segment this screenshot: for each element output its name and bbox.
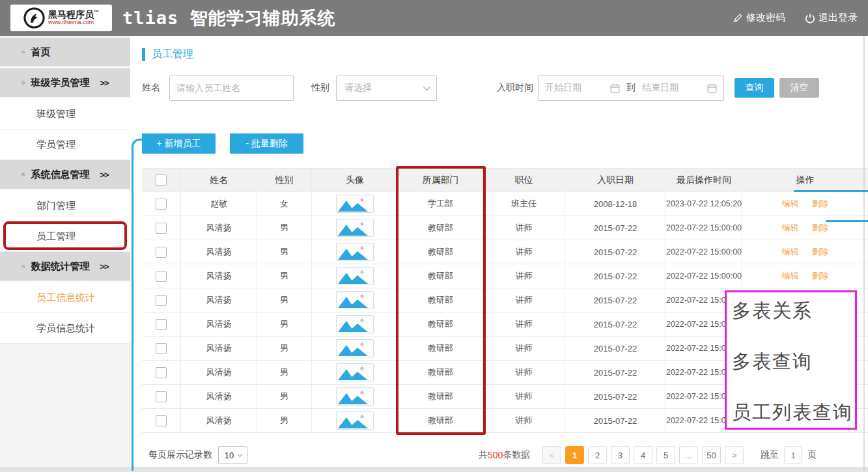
page-title: 员工管理 — [152, 48, 193, 61]
row-checkbox[interactable] — [156, 343, 167, 354]
employee-avatar-cell — [312, 192, 399, 215]
row-checkbox[interactable] — [156, 391, 167, 402]
delete-link[interactable]: 删除 — [812, 391, 829, 402]
sidebar-item-label: 班级学员管理 — [31, 77, 89, 89]
calendar-icon — [610, 83, 620, 93]
row-select-cell — [142, 192, 181, 215]
sidebar-item-student-mgmt[interactable]: 学员管理 — [0, 130, 130, 160]
column-header-updated[interactable]: 最后操作时间 — [666, 169, 742, 191]
search-button[interactable]: 查询 — [735, 78, 774, 98]
page-button-3[interactable]: 3 — [611, 446, 630, 464]
clear-button[interactable]: 清空 — [779, 78, 819, 98]
row-select-cell — [142, 288, 181, 312]
avatar-image — [336, 387, 374, 406]
row-checkbox[interactable] — [156, 271, 167, 282]
name-filter-input[interactable] — [169, 76, 294, 101]
row-checkbox[interactable] — [156, 367, 167, 378]
logo-text: 黑马程序员™ www.itheima.com — [48, 10, 99, 25]
edit-link[interactable]: 编辑 — [782, 270, 799, 282]
batch-delete-button[interactable]: - 批量删除 — [230, 133, 303, 154]
gender-select-value: 请选择 — [344, 82, 423, 94]
row-checkbox[interactable] — [156, 319, 167, 330]
delete-link[interactable]: 删除 — [812, 294, 829, 306]
sidebar-item-home[interactable]: ○首页 — [0, 38, 130, 68]
sidebar-item-system-info-mgmt[interactable]: ○系统信息管理>> — [0, 160, 130, 191]
table-row: 风清扬男教研部讲师2015-07-222022-07-22 15:00:00编辑… — [142, 264, 868, 288]
row-actions-cell: 编辑删除 — [742, 361, 868, 384]
edit-link[interactable]: 编辑 — [782, 342, 799, 354]
bullet-icon: ○ — [21, 79, 25, 86]
edit-link[interactable]: 编辑 — [782, 294, 799, 306]
start-date-value: 开始日期 — [545, 82, 610, 94]
employee-job-cell: 讲师 — [483, 288, 565, 312]
row-actions-cell: 编辑删除 — [742, 264, 868, 288]
add-employee-button[interactable]: + 新增员工 — [142, 133, 216, 154]
delete-link[interactable]: 删除 — [812, 246, 829, 258]
delete-link[interactable]: 删除 — [812, 415, 829, 426]
table-row: 风清扬男教研部讲师2015-07-222022-07-22 15:00:00编辑… — [142, 240, 868, 264]
edit-link[interactable]: 编辑 — [782, 198, 799, 210]
page-size-select[interactable]: 10 — [218, 446, 247, 464]
next-page-button[interactable]: > — [725, 446, 744, 464]
edit-link[interactable]: 编辑 — [782, 246, 799, 258]
sidebar-item-class-mgmt[interactable]: 班级管理 — [0, 99, 130, 130]
column-header-entry[interactable]: 入职日期 — [565, 169, 666, 191]
prev-page-button[interactable]: < — [542, 446, 561, 464]
sidebar-item-employee-info-stats[interactable]: 员工信息统计 — [0, 283, 130, 313]
page-button-2[interactable]: 2 — [588, 446, 607, 464]
jump-page-input[interactable]: 1 — [784, 446, 802, 464]
delete-link[interactable]: 删除 — [812, 342, 829, 354]
employee-dept-cell: 教研部 — [399, 216, 483, 240]
edit-link[interactable]: 编辑 — [782, 367, 799, 378]
main-content: 员工管理 姓名 性别 请选择 入职时间 开始日期 到 结束日期 — [130, 36, 868, 472]
change-password-button[interactable]: 修改密码 — [733, 12, 785, 24]
select-all-checkbox[interactable] — [156, 174, 167, 186]
row-select-cell — [142, 385, 181, 408]
column-header-avatar[interactable]: 头像 — [312, 169, 399, 191]
gender-filter-label: 性别 — [311, 82, 329, 94]
row-checkbox[interactable] — [156, 415, 167, 426]
edit-link[interactable]: 编辑 — [782, 318, 799, 330]
column-header-gender[interactable]: 性别 — [257, 169, 312, 191]
employee-dept-cell: 教研部 — [399, 409, 483, 432]
sidebar-item-employee-mgmt[interactable]: 员工管理 — [0, 221, 130, 252]
row-checkbox[interactable] — [156, 223, 167, 234]
gender-filter-select[interactable]: 请选择 — [336, 76, 437, 101]
sidebar-item-student-info-stats[interactable]: 学员信息统计 — [0, 313, 130, 344]
employee-entry-date-cell: 2015-07-22 — [565, 409, 666, 432]
employee-dept-cell: 教研部 — [399, 337, 483, 360]
entry-date-filter-label: 入职时间 — [497, 82, 533, 94]
column-header-dept[interactable]: 所属部门 — [399, 169, 483, 191]
logout-button[interactable]: 退出登录 — [805, 12, 858, 24]
page-button-5[interactable]: 5 — [656, 446, 675, 464]
delete-link[interactable]: 删除 — [812, 222, 829, 234]
edit-link[interactable]: 编辑 — [782, 391, 799, 402]
entry-date-range-picker[interactable]: 开始日期 到 结束日期 — [538, 76, 724, 101]
sidebar-item-class-student-mgmt[interactable]: ○班级学员管理>> — [0, 68, 130, 99]
page-button-50[interactable]: 50 — [702, 446, 721, 464]
sidebar-item-dept-mgmt[interactable]: 部门管理 — [0, 191, 130, 221]
avatar-image — [336, 411, 374, 430]
edit-link[interactable]: 编辑 — [782, 415, 799, 426]
delete-link[interactable]: 删除 — [812, 198, 829, 210]
page-size-control: 每页展示记录数 10 — [148, 445, 247, 465]
delete-link[interactable]: 删除 — [812, 367, 829, 378]
sidebar-item-label: 数据统计管理 — [31, 260, 89, 273]
page-button-1[interactable]: 1 — [565, 446, 584, 464]
column-header-name[interactable]: 姓名 — [181, 169, 257, 191]
delete-link[interactable]: 删除 — [812, 270, 829, 282]
employee-update-time-cell: 2023-07-22 12:05:20 — [666, 192, 742, 215]
edit-link[interactable]: 编辑 — [782, 222, 799, 234]
row-checkbox[interactable] — [156, 247, 167, 258]
page-button-4[interactable]: 4 — [634, 446, 652, 464]
column-header-job[interactable]: 职位 — [483, 169, 565, 191]
column-header-ops[interactable]: 操作 — [742, 169, 868, 191]
delete-link[interactable]: 删除 — [812, 318, 829, 330]
table-row: 风清扬男教研部讲师2015-07-222022-07-22 15:00:00编辑… — [142, 216, 868, 240]
page-ellipsis[interactable]: ... — [679, 446, 698, 464]
row-checkbox[interactable] — [156, 295, 167, 306]
row-checkbox[interactable] — [156, 199, 167, 210]
sidebar-item-data-stats-mgmt[interactable]: ○数据统计管理>> — [0, 252, 130, 283]
pagination-bar: 每页展示记录数 10 共500条数据 <12345...50> 跳至 1 页 — [142, 445, 868, 465]
employee-gender-cell: 男 — [257, 337, 312, 360]
